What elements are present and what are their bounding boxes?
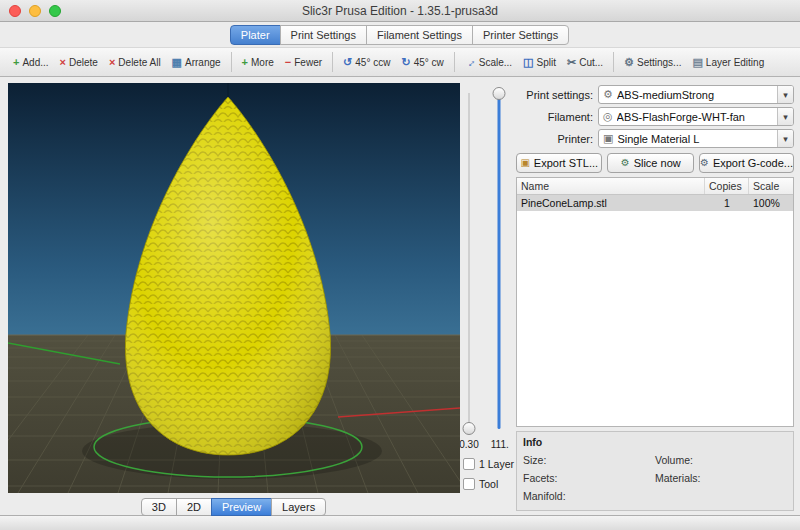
more-icon: +: [242, 57, 248, 68]
object-name-cell: PineConeLamp.stl: [517, 195, 705, 211]
titlebar: Slic3r Prusa Edition - 1.35.1-prusa3d: [0, 0, 800, 22]
view-button-3d[interactable]: 3D: [141, 498, 177, 516]
filament-combobox[interactable]: ◎ ABS-FlashForge-WHT-fan ▾: [598, 107, 794, 126]
view-button-2d[interactable]: 2D: [176, 498, 212, 516]
toolbar-rotate-ccw-button[interactable]: ↺ 45° ccw: [338, 54, 395, 71]
add-icon: +: [13, 57, 19, 68]
zoom-button[interactable]: [49, 5, 61, 17]
tool-checkbox-row: Tool: [460, 478, 498, 490]
toolbar-separator: [454, 52, 455, 72]
filament-value: ABS-FlashForge-WHT-fan: [617, 111, 777, 123]
toolbar-arrange-button[interactable]: ▦ Arrange: [167, 54, 226, 71]
view-button-preview[interactable]: Preview: [211, 498, 272, 516]
tool-label: Tool: [479, 478, 498, 490]
toolbar-layer-editing-label: Layer Editing: [706, 57, 764, 68]
toolbar-rotate-cw-button[interactable]: ↻ 45° cw: [396, 54, 448, 71]
toolbar-split-button[interactable]: ◫ Split: [518, 54, 561, 71]
view-button-layers[interactable]: Layers: [271, 498, 326, 516]
viewport-3d[interactable]: [8, 83, 460, 493]
print-settings-label: Print settings:: [516, 89, 598, 101]
layer-slider-min[interactable]: [462, 87, 476, 435]
toolbar-scale-button[interactable]: ↔ Scale...: [460, 54, 517, 71]
arrange-icon: ▦: [172, 57, 182, 68]
column-header-scale[interactable]: Scale: [749, 178, 793, 194]
info-facets-label: Facets:: [523, 472, 575, 484]
toolbar-delete-all-label: Delete All: [118, 57, 160, 68]
toolbar-rotate-cw-label: 45° cw: [414, 57, 444, 68]
window-title: Slic3r Prusa Edition - 1.35.1-prusa3d: [302, 4, 498, 18]
cut-icon: ✂: [567, 57, 576, 68]
view-mode-switcher: 3D 2D Preview Layers: [8, 498, 460, 516]
print-settings-dropdown-button[interactable]: ▾: [777, 86, 793, 103]
print-settings-row: Print settings: ⚙ ABS-mediumStrong ▾: [516, 85, 794, 104]
table-row[interactable]: PineConeLamp.stl 1 100%: [517, 195, 793, 211]
info-manifold-label: Manifold:: [523, 490, 575, 502]
toolbar-settings-button[interactable]: ⚙ Settings...: [619, 54, 686, 71]
export-stl-button[interactable]: ▣ Export STL...: [516, 153, 602, 173]
toolbar-split-label: Split: [537, 57, 556, 68]
printer-dropdown-button[interactable]: ▾: [777, 130, 793, 147]
toolbar-more-button[interactable]: + More: [237, 54, 279, 71]
toolbar-separator: [613, 52, 614, 72]
printer-combobox[interactable]: ▣ Single Material L ▾: [598, 129, 794, 148]
printer-icon: ▣: [603, 133, 613, 144]
action-buttons: ▣ Export STL... ⚙ Slice now ⚙ Export G-c…: [516, 153, 794, 173]
printer-value: Single Material L: [617, 133, 777, 145]
main-area: 3D 2D Preview Layers 0.30 111. 1 Layer: [0, 77, 800, 515]
export-gcode-button[interactable]: ⚙ Export G-code...: [699, 153, 794, 173]
close-button[interactable]: [9, 5, 21, 17]
slice-now-button[interactable]: ⚙ Slice now: [607, 153, 693, 173]
info-size-label: Size:: [523, 454, 575, 466]
column-header-copies[interactable]: Copies: [705, 178, 749, 194]
scale-icon: ↔: [462, 54, 478, 70]
info-panel: Info Size: Volume: Facets: Materials: Ma…: [516, 431, 794, 511]
toolbar-delete-label: Delete: [69, 57, 98, 68]
chevron-down-icon: ▾: [783, 90, 788, 100]
minimize-button[interactable]: [29, 5, 41, 17]
filament-dropdown-button[interactable]: ▾: [777, 108, 793, 125]
tab-printer-settings[interactable]: Printer Settings: [472, 25, 569, 45]
gear-icon: ⚙: [624, 57, 634, 68]
toolbar-fewer-label: Fewer: [294, 57, 322, 68]
print-settings-value: ABS-mediumStrong: [617, 89, 777, 101]
info-volume-label: Volume:: [655, 454, 707, 466]
export-stl-icon: ▣: [520, 158, 529, 168]
slider-min-handle[interactable]: [463, 422, 476, 435]
layer-editing-icon: ▤: [692, 57, 702, 68]
toolbar-cut-button[interactable]: ✂ Cut...: [562, 54, 608, 71]
printer-label: Printer:: [516, 133, 598, 145]
one-layer-checkbox-row: 1 Layer: [460, 458, 514, 470]
status-bar: [0, 515, 800, 530]
toolbar-delete-button[interactable]: × Delete: [55, 54, 103, 71]
toolbar-fewer-button[interactable]: − Fewer: [280, 54, 327, 71]
slider-max-track: [498, 93, 501, 429]
toolbar-delete-all-button[interactable]: × Delete All: [104, 54, 166, 71]
object-copies-cell: 1: [705, 195, 749, 211]
toolbar-cut-label: Cut...: [579, 57, 603, 68]
slider-max-handle[interactable]: [493, 87, 506, 100]
info-materials-label: Materials:: [655, 472, 707, 484]
toolbar-rotate-ccw-label: 45° ccw: [355, 57, 390, 68]
toolbar-layer-editing-button[interactable]: ▤ Layer Editing: [687, 54, 769, 71]
filament-icon: ◎: [603, 111, 613, 122]
layer-slider-max[interactable]: [492, 87, 506, 435]
fewer-icon: −: [285, 57, 291, 68]
split-icon: ◫: [523, 57, 533, 68]
object-list: Name Copies Scale PineConeLamp.stl 1 100…: [516, 177, 794, 427]
column-header-name[interactable]: Name: [517, 178, 705, 194]
toolbar-add-button[interactable]: + Add...: [8, 54, 54, 71]
one-layer-checkbox[interactable]: [463, 458, 475, 470]
tab-filament-settings[interactable]: Filament Settings: [366, 25, 473, 45]
object-list-header: Name Copies Scale: [517, 178, 793, 195]
chevron-down-icon: ▾: [783, 134, 788, 144]
toolbar-separator: [332, 52, 333, 72]
tool-checkbox[interactable]: [463, 478, 475, 490]
print-settings-combobox[interactable]: ⚙ ABS-mediumStrong ▾: [598, 85, 794, 104]
delete-icon: ×: [60, 57, 66, 68]
layer-slider-panel: 0.30 111. 1 Layer Tool: [460, 83, 508, 515]
tab-print-settings[interactable]: Print Settings: [280, 25, 367, 45]
tab-bar: Plater Print Settings Filament Settings …: [0, 22, 800, 47]
filament-label: Filament:: [516, 111, 598, 123]
tab-plater[interactable]: Plater: [230, 25, 281, 45]
toolbar-arrange-label: Arrange: [185, 57, 221, 68]
